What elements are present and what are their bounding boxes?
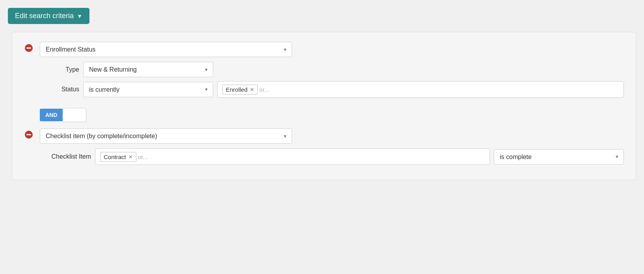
contract-tag-remove-button[interactable]: ✕ xyxy=(128,154,133,159)
status-tags-input[interactable]: Enrolled ✕ or... xyxy=(217,81,624,98)
checklist-tags-input[interactable]: Contract ✕ or... xyxy=(95,148,490,165)
type-select[interactable]: New & Returning xyxy=(83,62,213,77)
contract-tag-label: Contract xyxy=(104,154,126,160)
type-field-row: Type New & Returning xyxy=(40,62,624,77)
enrolled-tag: Enrolled ✕ xyxy=(222,85,258,94)
enrolled-tag-remove-button[interactable]: ✕ xyxy=(250,87,254,92)
remove-criterion-1-button[interactable] xyxy=(24,43,34,53)
criterion-2-main-select-row: Checklist item (by complete/incomplete) xyxy=(40,128,624,144)
criterion-row-2: Checklist item (by complete/incomplete) … xyxy=(24,128,624,165)
criteria-container: Enrollment Status Type New & Returning S… xyxy=(12,32,636,180)
and-spacer xyxy=(63,108,86,122)
is-complete-select[interactable]: is complete xyxy=(494,149,624,165)
criterion-1-main-select-row: Enrollment Status xyxy=(40,42,624,57)
criterion-2-block: Checklist item (by complete/incomplete) … xyxy=(40,128,624,165)
enrollment-status-select[interactable]: Enrollment Status xyxy=(40,42,292,57)
enrollment-status-select-wrapper: Enrollment Status xyxy=(40,42,292,57)
checklist-tags-placeholder: or... xyxy=(138,154,148,160)
minus-circle-icon-2 xyxy=(25,131,33,139)
checklist-item-select-wrapper: Checklist item (by complete/incomplete) xyxy=(40,128,292,144)
edit-search-label: Edit search criteria xyxy=(15,12,74,20)
remove-criterion-2-button[interactable] xyxy=(24,130,34,139)
type-select-wrapper: New & Returning xyxy=(83,62,213,77)
type-label: Type xyxy=(48,66,79,73)
and-button[interactable]: AND xyxy=(40,109,63,121)
minus-circle-icon xyxy=(25,44,33,52)
checklist-item-field-row: Checklist Item Contract ✕ or... is compl… xyxy=(40,148,624,165)
status-label: Status xyxy=(48,86,79,93)
is-complete-select-wrapper: is complete xyxy=(494,149,624,165)
status-tags-placeholder: or... xyxy=(259,86,269,93)
chevron-down-icon: ▼ xyxy=(77,13,82,19)
checklist-item-type-select[interactable]: Checklist item (by complete/incomplete) xyxy=(40,128,292,144)
criterion-row-1: Enrollment Status Type New & Returning S… xyxy=(24,42,624,102)
edit-search-button[interactable]: Edit search criteria ▼ xyxy=(8,8,89,24)
contract-tag: Contract ✕ xyxy=(100,152,136,162)
status-select-wrapper: is currently xyxy=(83,82,213,97)
status-field-row: Status is currently Enrolled ✕ or... xyxy=(40,81,624,98)
and-connector: AND xyxy=(24,108,624,122)
status-select[interactable]: is currently xyxy=(83,82,213,97)
enrolled-tag-label: Enrolled xyxy=(226,86,248,93)
criterion-1-block: Enrollment Status Type New & Returning S… xyxy=(40,42,624,102)
checklist-item-label: Checklist Item xyxy=(48,153,91,160)
